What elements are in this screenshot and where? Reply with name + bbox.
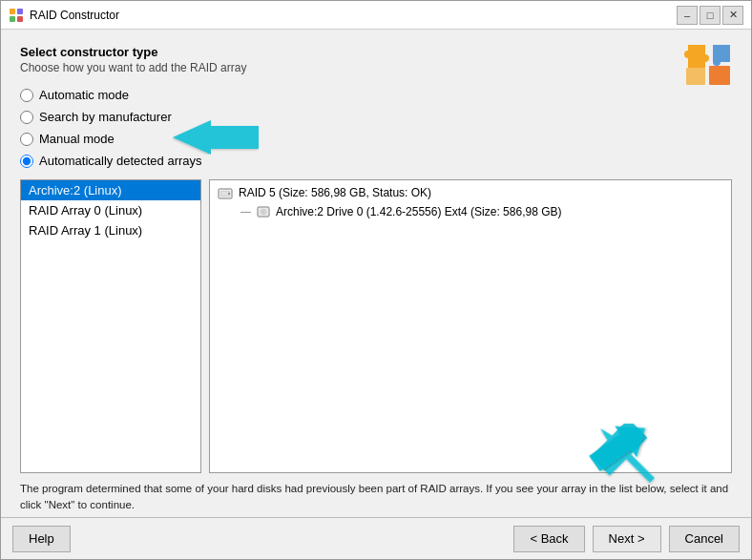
puzzle-icon xyxy=(682,39,732,89)
list-item[interactable]: RAID Array 1 (Linux) xyxy=(21,220,200,240)
cancel-button[interactable]: Cancel xyxy=(669,526,740,552)
app-icon xyxy=(9,8,24,23)
page-subtitle: Choose how you want to add the RAID arra… xyxy=(20,61,732,74)
page-title: Select constructor type xyxy=(20,45,732,59)
svg-point-13 xyxy=(262,211,264,213)
header-icon-area xyxy=(682,39,732,89)
radio-detected[interactable]: Automatically detected arrays xyxy=(20,154,732,168)
footer: Help < Back Next > Cancel xyxy=(1,517,751,559)
radio-detected-input[interactable] xyxy=(20,155,33,168)
radio-manual[interactable]: Manual mode xyxy=(20,132,732,146)
radio-manufacturer-input[interactable] xyxy=(20,111,33,124)
svg-rect-5 xyxy=(686,68,705,85)
content-area: Select constructor type Choose how you w… xyxy=(1,30,751,517)
title-bar-text: RAID Constructor xyxy=(30,9,677,22)
list-item[interactable]: RAID Array 0 (Linux) xyxy=(21,200,200,220)
drive-info-text: Archive:2 Drive 0 (1.42.6-25556) Ext4 (S… xyxy=(276,205,561,218)
svg-rect-3 xyxy=(17,16,23,22)
back-button[interactable]: < Back xyxy=(513,526,584,552)
svg-point-9 xyxy=(228,193,230,195)
svg-rect-4 xyxy=(709,66,730,85)
drive-icon xyxy=(257,205,270,218)
radio-manual-label: Manual mode xyxy=(39,132,115,146)
minimize-button[interactable]: – xyxy=(677,6,698,25)
radio-group: Automatic mode Search by manufacturer Ma… xyxy=(20,88,732,168)
help-button[interactable]: Help xyxy=(12,526,71,552)
list-item[interactable]: Archive:2 (Linux) xyxy=(21,180,200,200)
radio-manual-input[interactable] xyxy=(20,133,33,146)
svg-rect-2 xyxy=(10,16,15,22)
svg-rect-1 xyxy=(17,9,23,14)
close-button[interactable]: ✕ xyxy=(722,6,743,25)
next-button[interactable]: Next > xyxy=(593,526,661,552)
drive-info-row: — Archive:2 Drive 0 (1.42.6-25556) Ext4 … xyxy=(240,205,723,218)
lists-area: Archive:2 (Linux) RAID Array 0 (Linux) R… xyxy=(20,179,732,473)
maximize-button[interactable]: □ xyxy=(700,6,721,25)
radio-automatic-label: Automatic mode xyxy=(39,88,129,102)
array-details-panel: RAID 5 (Size: 586,98 GB, Status: OK) — A… xyxy=(209,179,732,473)
main-window: RAID Constructor – □ ✕ Select constructo… xyxy=(0,0,752,560)
title-bar: RAID Constructor – □ ✕ xyxy=(1,1,751,30)
title-bar-controls: – □ ✕ xyxy=(677,6,743,25)
radio-detected-label: Automatically detected arrays xyxy=(39,154,202,168)
radio-automatic-input[interactable] xyxy=(20,89,33,102)
radio-automatic[interactable]: Automatic mode xyxy=(20,88,732,102)
radio-manufacturer[interactable]: Search by manufacturer xyxy=(20,110,732,124)
raid-info-row: RAID 5 (Size: 586,98 GB, Status: OK) xyxy=(218,186,723,201)
manual-row-container: Manual mode xyxy=(20,132,732,146)
raid-info-text: RAID 5 (Size: 586,98 GB, Status: OK) xyxy=(239,186,431,199)
svg-rect-0 xyxy=(10,9,15,14)
radio-manufacturer-label: Search by manufacturer xyxy=(39,110,172,124)
array-list[interactable]: Archive:2 (Linux) RAID Array 0 (Linux) R… xyxy=(20,179,201,473)
info-text: The program determined that some of your… xyxy=(20,473,732,518)
raid-icon xyxy=(218,186,233,201)
